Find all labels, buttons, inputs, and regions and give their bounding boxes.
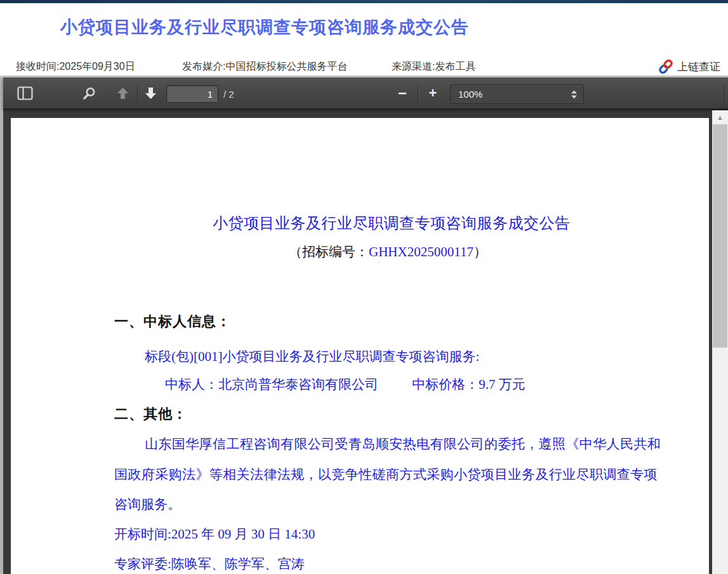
section1-heading: 一、中标人信息： [114, 312, 231, 331]
pdf-viewer: / 2 − + 100% 小贷项目业务及行业尽职调查专项咨询服务成交公告 （招标… [0, 77, 728, 574]
document-subtitle: （招标编号：GHHX2025000117） [289, 243, 487, 261]
section2-heading: 二、其他： [114, 405, 187, 424]
tender-number: GHHX2025000117 [369, 244, 473, 259]
toolbar-separator [137, 86, 138, 102]
pdf-toolbar: / 2 − + 100% [3, 77, 728, 109]
scroll-up-arrow-icon: ▲ [717, 114, 724, 121]
page-up-icon [116, 86, 130, 100]
search-icon [83, 87, 96, 100]
chain-verify-label: 上链查证 [677, 60, 720, 74]
pdf-page: 小贷项目业务及行业尽职调查专项咨询服务成交公告 （招标编号：GHHX202500… [11, 118, 709, 574]
paragraph-line-2: 国政府采购法》等相关法律法规，以竞争性磋商方式采购小贷项目业务及行业尽职调查专项 [114, 466, 658, 483]
subtitle-suffix: ） [473, 244, 487, 259]
winner-name: 中标人：北京尚普华泰咨询有限公司 [165, 377, 378, 392]
scroll-up-button[interactable]: ▲ [712, 110, 728, 124]
dropdown-arrows-icon [571, 89, 583, 100]
vertical-scrollbar[interactable]: ▲ [712, 110, 728, 574]
find-button[interactable] [78, 78, 100, 108]
meta-row: 接收时间:2025年09月30日 发布媒介:中国招标投标公共服务平台 来源渠道:… [0, 58, 728, 75]
page-down-icon [143, 86, 158, 100]
receive-time-label: 接收时间:2025年09月30日 [16, 60, 135, 74]
sidebar-toggle-button[interactable] [13, 78, 36, 108]
chain-verify-link[interactable]: 上链查证 [658, 58, 720, 75]
toolbar-separator [724, 86, 725, 102]
page-title: 小贷项目业务及行业尽职调查专项咨询服务成交公告 [60, 16, 469, 39]
page-count-label: / 2 [223, 78, 234, 110]
page-number-input[interactable] [166, 85, 218, 103]
paragraph-line-3: 咨询服务。 [114, 495, 181, 513]
toolbar-separator [418, 86, 418, 102]
zoom-level-value: 100% [451, 89, 571, 100]
paragraph-line-1: 山东国华厚信工程咨询有限公司受青岛顺安热电有限公司的委托，遵照《中华人民共和 [145, 435, 661, 453]
previous-page-button[interactable] [111, 78, 134, 108]
scrollbar-thumb[interactable] [713, 124, 727, 348]
publish-media-label: 发布媒介:中国招标投标公共服务平台 [182, 60, 347, 74]
winner-line: 中标人：北京尚普华泰咨询有限公司 中标价格：9.7 万元 [165, 375, 526, 393]
open-time-line: 开标时间:2025 年 09 月 30 日 14:30 [114, 525, 315, 543]
document-title: 小贷项目业务及行业尽职调查专项咨询服务成交公告 [213, 213, 571, 233]
zoom-level-select[interactable]: 100% [450, 84, 584, 104]
sidebar-toggle-icon [17, 86, 33, 100]
winning-price: 中标价格：9.7 万元 [412, 377, 526, 392]
bid-section-line: 标段(包)[001]小贷项目业务及行业尽职调查专项咨询服务: [145, 348, 479, 365]
zoom-out-button[interactable]: − [390, 78, 414, 108]
viewer-left-edge [0, 77, 3, 574]
zoom-in-button[interactable]: + [421, 78, 445, 108]
experts-line: 专家评委:陈唤军、陈学军、宫涛 [114, 555, 305, 573]
next-page-button[interactable] [139, 78, 162, 108]
page-root: 小贷项目业务及行业尽职调查专项咨询服务成交公告 接收时间:2025年09月30日… [0, 0, 728, 574]
chain-link-icon [658, 58, 673, 75]
source-channel-label: 来源渠道:发布工具 [392, 60, 475, 74]
site-header: 小贷项目业务及行业尽职调查专项咨询服务成交公告 接收时间:2025年09月30日… [0, 3, 728, 75]
subtitle-prefix: （招标编号： [289, 244, 369, 259]
